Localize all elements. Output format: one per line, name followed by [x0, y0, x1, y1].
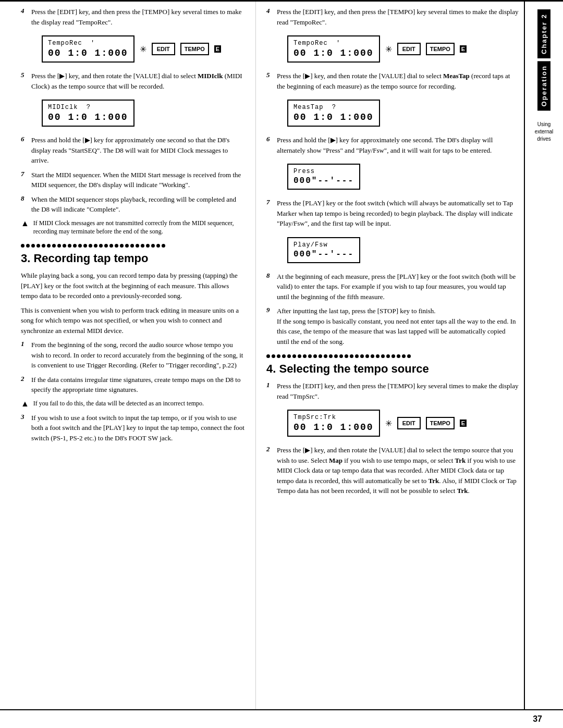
- dot: [109, 244, 113, 248]
- step-3-2: 2 If the data contains irregular time si…: [21, 375, 245, 395]
- dot: [277, 354, 280, 358]
- dot: [287, 354, 291, 358]
- dot: [266, 354, 270, 358]
- lcd-digits: 00 1:0 1:000: [48, 112, 128, 122]
- right-column: 4 Press the [EDIT] key, and then press t…: [255, 2, 524, 709]
- step-text: Start the MIDI sequencer. When the MIDI …: [31, 170, 245, 190]
- dot: [130, 244, 134, 248]
- dot: [303, 354, 307, 358]
- step-text: Press the [EDIT] key, and then press the…: [277, 7, 519, 27]
- dot: [146, 244, 150, 248]
- dot: [78, 244, 82, 248]
- step-num: 1: [266, 381, 277, 389]
- step-4-right: 4 Press the [EDIT] key, and then press t…: [266, 7, 519, 27]
- step-num: 7: [21, 170, 31, 178]
- lcd-label: Play/Fsw: [293, 241, 354, 249]
- lcd-digits: 00 1:0 1:000: [293, 422, 374, 433]
- dot: [68, 244, 71, 248]
- warning-1: ▲ If MIDI Clock messages are not transmi…: [21, 219, 245, 237]
- lcd-label: TmpSrc:Trk: [293, 414, 374, 421]
- tempo-button[interactable]: TEMPO: [180, 43, 209, 55]
- lcd-label: TempoRec ': [293, 40, 374, 47]
- dot: [31, 244, 35, 248]
- dot: [397, 354, 400, 358]
- dot: [83, 244, 87, 248]
- dot: [73, 244, 77, 248]
- edit-button-right[interactable]: EDIT: [397, 43, 421, 55]
- dot: [120, 244, 124, 248]
- lcd-digits: 00 1:0 1:000: [293, 48, 374, 58]
- lcd-label: MIDIclk ?: [48, 104, 128, 111]
- lcd-label: TempoRec ': [48, 40, 128, 47]
- step-7-right: 7 Press the [PLAY] key or the foot switc…: [266, 198, 519, 229]
- lcd-label: MeasTap ?: [293, 104, 374, 111]
- warning-2: ▲ If you fail to do this, the data will …: [21, 399, 245, 409]
- step-num: 2: [21, 375, 31, 383]
- edit-button-tmpsrc[interactable]: EDIT: [397, 417, 421, 429]
- dot: [151, 244, 155, 248]
- step-num: 9: [266, 306, 277, 314]
- lcd-display-playfsw: Play/Fsw 000"--'---: [287, 237, 360, 263]
- dot: [381, 354, 385, 358]
- left-column: 4 Press the [EDIT] key, and then press t…: [0, 2, 255, 709]
- dot: [21, 244, 25, 248]
- dot: [355, 354, 359, 358]
- dot: [104, 244, 108, 248]
- lcd-display-temprec-right: TempoRec ' 00 1:0 1:000: [287, 35, 380, 63]
- step-5-right: 5 Press the [▶] key, and then rotate the…: [266, 71, 519, 91]
- step-text: Press the [▶] key, and then rotate the […: [277, 445, 519, 496]
- lcd-digits: 00 1:0 1:000: [293, 112, 374, 122]
- dot: [292, 354, 296, 358]
- lcd-row-tmpsrc: TmpSrc:Trk 00 1:0 1:000 ✳ EDIT TEMPO E: [277, 405, 519, 441]
- dot: [345, 354, 348, 358]
- dot: [94, 244, 97, 248]
- dot: [376, 354, 380, 358]
- dot: [125, 244, 129, 248]
- step-8-left: 8 When the MIDI sequencer stops playback…: [21, 194, 245, 215]
- star-icon: ✳: [385, 44, 392, 54]
- step-text: Press the [▶] key, and then rotate the […: [31, 71, 245, 91]
- lcd-digits: 000"--'---: [293, 176, 354, 186]
- step-7-left: 7 Start the MIDI sequencer. When the MID…: [21, 170, 245, 190]
- star-icon: ✳: [140, 44, 146, 54]
- warning-text: If you fail to do this, the data will be…: [33, 399, 204, 408]
- dot: [26, 244, 30, 248]
- step-text: If the data contains irregular time sign…: [31, 375, 245, 395]
- step-6-left: 6 Press and hold the [▶] key for approxi…: [21, 135, 245, 166]
- sidebar-small-text: Usingexternaldrives: [535, 121, 554, 143]
- tempo-button-right[interactable]: TEMPO: [426, 43, 455, 55]
- edit-button[interactable]: EDIT: [152, 43, 175, 55]
- step-8-right: 8 At the beginning of each measure, pres…: [266, 272, 519, 302]
- dot: [371, 354, 374, 358]
- page-number: 37: [533, 714, 542, 724]
- lcd-label: Press: [293, 168, 354, 175]
- step-4-1: 1 Press the [EDIT] key, and then press t…: [266, 381, 519, 401]
- step-num: 5: [21, 71, 31, 79]
- step-9-right: 9 After inputting the last tap, press th…: [266, 306, 519, 347]
- dot: [156, 244, 160, 248]
- step-num: 6: [266, 135, 277, 143]
- dot: [47, 244, 51, 248]
- dot: [313, 354, 317, 358]
- dot: [99, 244, 103, 248]
- step-num: 1: [21, 340, 31, 348]
- dot: [402, 354, 406, 358]
- e-badge-tmpsrc: E: [460, 419, 467, 427]
- lcd-row-temprec-right: TempoRec ' 00 1:0 1:000 ✳ EDIT TEMPO E: [277, 31, 519, 67]
- step-num: 3: [21, 413, 31, 421]
- dot: [162, 244, 165, 248]
- warning-icon: ▲: [21, 399, 29, 409]
- step-num: 8: [266, 272, 277, 280]
- chapter-label: Chapter 2: [537, 9, 550, 58]
- step-text: When the MIDI sequencer stops playback, …: [31, 194, 245, 215]
- step-text: Press and hold the [▶] key for approxima…: [31, 135, 245, 166]
- lcd-row-temprec-left: TempoRec ' 00 1:0 1:000 ✳ EDIT TEMPO E: [31, 31, 245, 67]
- tempo-button-tmpsrc[interactable]: TEMPO: [426, 417, 455, 429]
- dot: [52, 244, 56, 248]
- lcd-display-press: Press 000"--'---: [287, 164, 360, 190]
- step-num: 8: [21, 194, 31, 203]
- step-num: 2: [266, 445, 277, 453]
- dot: [63, 244, 66, 248]
- dot: [350, 354, 353, 358]
- step-num: 4: [21, 7, 31, 15]
